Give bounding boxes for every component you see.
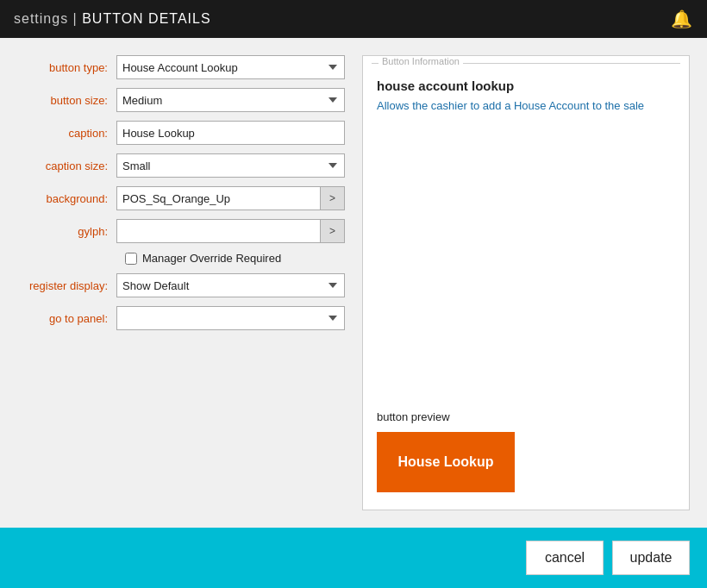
background-browse-button[interactable]: > xyxy=(321,186,345,210)
page-title: settings | BUTTON DETAILS xyxy=(14,11,211,27)
caption-size-row: caption size: Small Medium Large xyxy=(17,153,345,178)
preview-button[interactable]: House Lookup xyxy=(377,432,515,492)
form-panel: button type: House Account Lookup Functi… xyxy=(0,38,362,528)
glyph-input[interactable] xyxy=(116,219,321,243)
cancel-button[interactable]: cancel xyxy=(526,541,604,575)
info-title: house account lookup xyxy=(377,78,675,93)
caption-label: caption: xyxy=(17,127,116,140)
manager-override-label: Manager Override Required xyxy=(142,252,281,265)
background-control: > xyxy=(116,186,345,210)
glyph-row: gylph: > xyxy=(17,219,345,243)
info-panel-header-label: Button Information xyxy=(379,56,463,66)
info-panel-border: Button Information xyxy=(372,56,680,70)
caption-size-control: Small Medium Large xyxy=(116,153,345,178)
caption-input[interactable] xyxy=(116,121,345,145)
update-button[interactable]: update xyxy=(612,541,690,575)
caption-size-label: caption size: xyxy=(17,160,116,172)
preview-label: button preview xyxy=(377,410,675,423)
manager-override-checkbox[interactable] xyxy=(125,253,137,265)
button-size-label: button size: xyxy=(17,94,116,107)
background-row: background: > xyxy=(17,186,345,210)
notification-icon[interactable]: 🔔 xyxy=(669,7,693,31)
glyph-label: gylph: xyxy=(17,225,116,238)
info-body: house account lookup Allows the cashier … xyxy=(363,70,689,245)
go-to-panel-row: go to panel: xyxy=(17,306,345,330)
button-size-select[interactable]: Small Medium Large xyxy=(116,88,345,112)
button-size-row: button size: Small Medium Large xyxy=(17,88,345,112)
go-to-panel-select[interactable] xyxy=(116,306,345,330)
preview-section: button preview House Lookup xyxy=(363,402,689,510)
button-type-select[interactable]: House Account Lookup Function Item Disco… xyxy=(116,55,345,79)
go-to-panel-control xyxy=(116,306,345,330)
register-display-control: Show Default Show Hide xyxy=(116,273,345,297)
button-type-label: button type: xyxy=(17,61,116,74)
register-display-label: register display: xyxy=(17,279,116,292)
caption-control xyxy=(116,121,345,145)
title-prefix: settings | xyxy=(14,11,82,26)
manager-override-row: Manager Override Required xyxy=(125,252,345,265)
button-size-control: Small Medium Large xyxy=(116,88,345,112)
register-display-select[interactable]: Show Default Show Hide xyxy=(116,273,345,297)
info-panel: Button Information house account lookup … xyxy=(362,55,690,510)
background-label: background: xyxy=(17,192,116,205)
go-to-panel-label: go to panel: xyxy=(17,312,116,325)
footer: cancel update xyxy=(0,528,707,588)
title-main: BUTTON DETAILS xyxy=(82,11,210,26)
app-header: settings | BUTTON DETAILS 🔔 xyxy=(0,0,707,38)
caption-size-select[interactable]: Small Medium Large xyxy=(116,153,345,178)
button-type-control: House Account Lookup Function Item Disco… xyxy=(116,55,345,79)
main-content: button type: House Account Lookup Functi… xyxy=(0,38,707,528)
glyph-control: > xyxy=(116,219,345,243)
register-display-row: register display: Show Default Show Hide xyxy=(17,273,345,297)
background-input[interactable] xyxy=(116,186,321,210)
info-description: Allows the cashier to add a House Accoun… xyxy=(377,98,675,114)
button-type-row: button type: House Account Lookup Functi… xyxy=(17,55,345,79)
glyph-browse-button[interactable]: > xyxy=(321,219,345,243)
caption-row: caption: xyxy=(17,121,345,145)
